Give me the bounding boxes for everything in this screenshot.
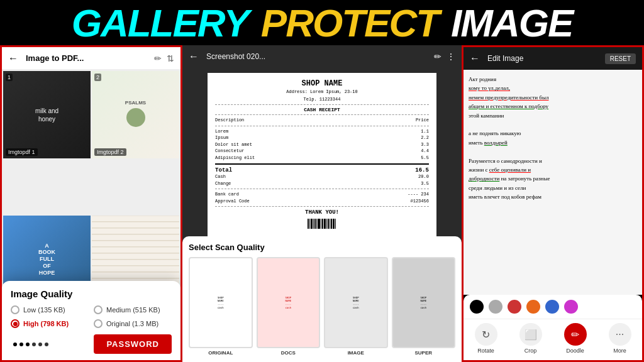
tool-doodle[interactable]: ✏ Doodle <box>553 323 597 354</box>
left-title: Image to PDF... <box>26 53 149 63</box>
rotate-icon[interactable]: ↻ <box>475 323 497 346</box>
quality-option-high[interactable]: High (798 KB) <box>11 319 89 328</box>
quality-option-low[interactable]: Low (135 KB) <box>11 305 89 314</box>
color-row <box>464 295 642 319</box>
grid-item-2[interactable]: PSALMS 2 Imgtopdf 2 <box>92 71 179 158</box>
quality-overlay: Image Quality Low (135 KB) Medium (515 K… <box>2 281 180 360</box>
middle-more-icon[interactable]: ⋮ <box>447 52 455 62</box>
tool-row: ↻ Rotate ⬜ Crop ✏ Doodle ··· More <box>464 319 642 360</box>
color-gray[interactable] <box>489 300 502 314</box>
left-phone-screen: ← Image to PDF... ✏ ⇅ milk andhoney 1 Im… <box>2 47 180 360</box>
receipt-barcode <box>215 219 429 229</box>
radio-low[interactable] <box>11 305 19 314</box>
color-blue[interactable] <box>545 300 559 314</box>
col-desc: Description <box>215 117 244 124</box>
middle-title: Screenshot 020... <box>206 52 429 61</box>
receipt-tel: Telp. 11223344 <box>215 97 429 102</box>
password-button[interactable]: PASSWORD <box>94 334 172 354</box>
right-title: Edit Image <box>487 54 600 63</box>
grid-num-2: 2 <box>94 74 101 81</box>
dot-3 <box>26 343 30 346</box>
left-more-icon[interactable]: ⇅ <box>167 53 174 63</box>
crop-label: Crop <box>525 348 537 354</box>
receipt-divider-6 <box>215 206 429 207</box>
receipt-divider-5 <box>215 189 429 189</box>
total-value: 16.5 <box>415 167 429 173</box>
quality-high-label: High (798 KB) <box>23 320 69 327</box>
reset-button[interactable]: RESET <box>605 53 636 64</box>
doodle-icon[interactable]: ✏ <box>564 323 587 346</box>
receipt-row-header: Description Price <box>215 117 429 124</box>
receipt-row-4: Consectetur4.4 <box>215 148 429 155</box>
left-back-arrow[interactable]: ← <box>8 53 18 64</box>
radio-high-inner <box>13 322 18 326</box>
receipt-thankyou: THANK YOU! <box>215 209 429 216</box>
radio-high[interactable] <box>11 319 19 328</box>
receipt-change: Change3.5 <box>215 180 429 187</box>
grid-item-1[interactable]: milk andhoney 1 Imgtopdf 1 <box>3 71 91 158</box>
right-bottom-panel: ↻ Rotate ⬜ Crop ✏ Doodle ··· More <box>464 295 642 360</box>
scan-option-original[interactable]: SHOPNAME----cash ORIGINAL <box>189 257 253 356</box>
left-phone: ← Image to PDF... ✏ ⇅ milk andhoney 1 Im… <box>0 45 182 362</box>
tool-more[interactable]: ··· More <box>597 323 642 354</box>
total-label: Total <box>215 167 232 173</box>
receipt-heading: CASH RECEIPT <box>215 107 429 112</box>
doodle-label: Doodle <box>566 348 584 354</box>
quality-btn-row: PASSWORD <box>11 334 172 354</box>
radio-medium[interactable] <box>94 305 103 314</box>
header-protect: PROTECT <box>261 1 438 45</box>
scan-option-docs[interactable]: SHOPNAME----cash DOCS <box>257 257 321 356</box>
dot-1 <box>13 343 17 346</box>
color-orange[interactable] <box>526 300 540 314</box>
main-content: ← Image to PDF... ✏ ⇅ milk andhoney 1 Im… <box>0 45 644 362</box>
grid-label-1: Imgtopdf 1 <box>6 148 38 156</box>
grid-label-2: Imgtopdf 2 <box>94 148 126 156</box>
handwriting-text: Акт родния кому то ул.делал, немем преду… <box>469 75 637 201</box>
quality-option-medium[interactable]: Medium (515 KB) <box>94 305 172 314</box>
more-label: More <box>613 348 626 354</box>
header: GALLERY PROTECT IMAGE <box>0 0 644 45</box>
scan-preview-super: SHOPNAME----cash <box>392 257 456 348</box>
receipt-divider-1 <box>215 104 429 105</box>
more-icon[interactable]: ··· <box>609 323 631 346</box>
receipt-row-3: Dolor sit amet3.3 <box>215 141 429 148</box>
receipt-divider-4 <box>215 163 429 165</box>
header-image: IMAGE <box>451 1 572 45</box>
scan-label-image: IMAGE <box>348 350 364 356</box>
radio-original[interactable] <box>94 319 103 328</box>
crop-icon[interactable]: ⬜ <box>519 323 542 346</box>
color-black[interactable] <box>470 300 484 314</box>
dot-4 <box>32 343 36 346</box>
quality-medium-label: Medium (515 KB) <box>106 306 160 314</box>
quality-option-original[interactable]: Original (1.3 MB) <box>94 319 172 328</box>
middle-phone: ← Screenshot 020... ✏ ⋮ SHOP NAME Addres… <box>182 45 462 362</box>
scan-option-image[interactable]: SHOPNAME----cash IMAGE <box>324 257 388 356</box>
scan-option-super[interactable]: SHOPNAME----cash SUPER <box>392 257 456 356</box>
receipt-total: Total 16.5 <box>215 167 429 173</box>
receipt-cash: Cash20.0 <box>215 173 429 180</box>
middle-edit-icon[interactable]: ✏ <box>434 52 441 62</box>
color-red[interactable] <box>508 300 521 314</box>
receipt-area: SHOP NAME Address: Lorem Ipsum, 23-10 Te… <box>182 68 462 236</box>
scan-preview-image: SHOPNAME----cash <box>324 257 388 348</box>
scan-preview-docs: SHOPNAME----cash <box>257 257 321 348</box>
middle-phone-screen: ← Screenshot 020... ✏ ⋮ SHOP NAME Addres… <box>182 45 462 362</box>
receipt-row-2: Ipsum2.2 <box>215 134 429 141</box>
handwriting-area: Акт родния кому то ул.делал, немем преду… <box>464 70 642 295</box>
rotate-label: Rotate <box>477 348 494 354</box>
tool-rotate[interactable]: ↻ Rotate <box>464 323 508 354</box>
tool-crop[interactable]: ⬜ Crop <box>508 323 553 354</box>
scan-quality-panel: Select Scan Quality SHOPNAME----cash ORI… <box>182 236 462 362</box>
book-colorful-text: ABOOKFULLOFHOPE <box>38 243 55 277</box>
quality-options: Low (135 KB) Medium (515 KB) High (798 K… <box>11 305 172 328</box>
middle-back-arrow[interactable]: ← <box>189 51 199 62</box>
receipt-row-5: Adipiscing elit5.5 <box>215 155 429 162</box>
color-purple[interactable] <box>564 300 578 314</box>
scan-label-original: ORIGINAL <box>208 350 233 356</box>
receipt-divider-3 <box>215 126 429 126</box>
receipt-paper: SHOP NAME Address: Lorem Ipsum, 23-10 Te… <box>208 73 436 236</box>
quality-low-label: Low (135 KB) <box>23 306 65 314</box>
right-back-arrow[interactable]: ← <box>470 53 480 64</box>
scan-preview-original: SHOPNAME----cash <box>189 257 253 348</box>
left-edit-icon[interactable]: ✏ <box>154 53 162 63</box>
